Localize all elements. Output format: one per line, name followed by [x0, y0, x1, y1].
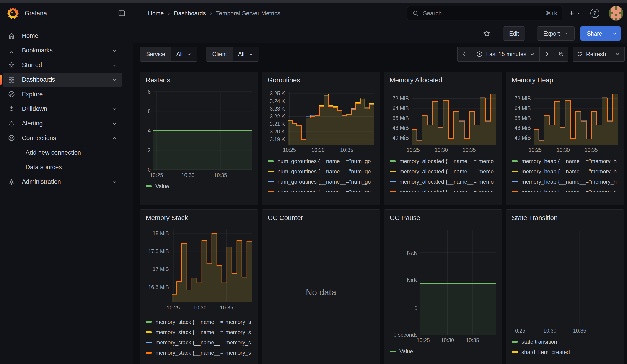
legend-item[interactable]: memory_allocated {__name__="memo	[390, 177, 496, 187]
panel-title[interactable]: Restarts	[146, 76, 252, 84]
svg-text:10:35: 10:35	[585, 147, 598, 153]
time-range-picker[interactable]: Last 15 minutes	[472, 47, 540, 62]
legend-item[interactable]: memory_stack {__name__="memory_s	[146, 348, 252, 358]
legend-item[interactable]: num_goroutines {__name__="num_go	[268, 177, 374, 187]
zoom-out-button[interactable]	[554, 47, 568, 62]
svg-text:18 MiB: 18 MiB	[153, 230, 169, 236]
legend-item[interactable]: Value	[390, 346, 496, 357]
share-button[interactable]: Share	[580, 26, 609, 41]
legend-series-dash-icon	[146, 321, 152, 323]
chart-memory-allocated[interactable]: 72 MiB64 MiB56 MiB48 MiB40 MiB10:2510:30…	[390, 87, 496, 153]
svg-text:2: 2	[148, 147, 151, 153]
time-shift-forward-button[interactable]	[539, 47, 554, 62]
svg-text:10:35: 10:35	[573, 328, 586, 334]
legend-series-label: memory_heap {__name__="memory_h	[522, 158, 617, 164]
chart-memory-stack[interactable]: 18 MiB17.5 MiB17 MiB16.5 MiB10:2510:3010…	[146, 225, 252, 311]
legend-item[interactable]: Value	[146, 181, 252, 191]
chart-restarts[interactable]: 8642010:2510:3010:35	[146, 87, 252, 178]
legend-item[interactable]: memory_heap {__name__="memory_h	[512, 187, 618, 193]
chevron-down-icon[interactable]	[111, 77, 117, 83]
legend-item[interactable]: memory_allocated {__name__="memo	[390, 187, 496, 193]
time-shift-back-button[interactable]	[457, 47, 472, 62]
legend-series-label: memory_heap {__name__="memory_h	[522, 168, 617, 175]
sidebar-item-add-new-connection[interactable]: Add new connection	[3, 146, 121, 160]
breadcrumb-dashboards[interactable]: Dashboards	[174, 10, 206, 17]
chart-gc-pause[interactable]: NaNNaN00 seconds10:2510:3010:35	[390, 225, 496, 343]
panel-title[interactable]: GC Counter	[268, 214, 374, 222]
refresh-icon	[577, 51, 583, 57]
legend-item[interactable]: num_goroutines {__name__="num_go	[268, 156, 374, 166]
legend-item[interactable]: num_goroutines {__name__="num_go	[268, 187, 374, 193]
legend-item[interactable]: shard_item_created	[512, 347, 618, 357]
chevron-down-icon[interactable]	[111, 121, 117, 127]
sidebar-item-alerting[interactable]: Alerting	[3, 116, 121, 131]
sidebar-item-home[interactable]: Home	[3, 29, 121, 43]
legend-item[interactable]: memory_heap {__name__="memory_h	[512, 177, 618, 187]
svg-text:17 MiB: 17 MiB	[153, 266, 169, 272]
share-dropdown-button[interactable]	[609, 26, 621, 41]
chart-memory-heap[interactable]: 72 MiB64 MiB56 MiB48 MiB40 MiB10:2510:30…	[512, 87, 618, 153]
legend-item[interactable]: state transition	[512, 337, 618, 347]
grafana-logo-icon[interactable]	[7, 7, 19, 19]
chevron-down-icon[interactable]	[111, 106, 117, 112]
sidebar-item-drilldown[interactable]: Drilldown	[3, 102, 121, 116]
plus-icon	[568, 10, 575, 17]
legend-series-label: num_goroutines {__name__="num_go	[277, 189, 371, 193]
refresh-button[interactable]: Refresh	[573, 47, 610, 62]
panel-title[interactable]: Memory Heap	[512, 76, 618, 84]
active-item-accent	[0, 75, 1, 85]
sidebar-item-dashboards[interactable]: Dashboards	[3, 73, 121, 87]
service-variable[interactable]: Service All	[140, 47, 197, 62]
search-input[interactable]	[422, 9, 543, 17]
panel-title[interactable]: State Transition	[512, 214, 618, 222]
sidebar-item-starred[interactable]: Starred	[3, 58, 121, 72]
legend-item[interactable]: memory_heap {__name__="memory_h	[512, 166, 618, 177]
breadcrumb-separator-icon: ›	[210, 10, 212, 17]
chart-state-transition[interactable]: 0:2510:3010:35	[512, 225, 618, 334]
breadcrumb-home[interactable]: Home	[148, 10, 164, 17]
legend-series-dash-icon	[146, 185, 152, 187]
chevron-down-icon	[576, 11, 581, 15]
client-variable-value[interactable]: All	[233, 47, 259, 61]
sidebar-item-connections[interactable]: Connections	[3, 131, 121, 145]
legend-item[interactable]: memory_stack {__name__="memory_s	[146, 317, 252, 327]
edit-button[interactable]: Edit	[503, 26, 525, 41]
legend-item[interactable]: num_goroutines {__name__="num_go	[268, 166, 374, 177]
legend-item[interactable]: memory_heap {__name__="memory_h	[512, 156, 618, 166]
user-avatar[interactable]	[609, 6, 623, 20]
search-box[interactable]: ⌘+k	[407, 6, 562, 20]
help-icon[interactable]: ?	[590, 9, 599, 18]
panel-title[interactable]: GC Pause	[390, 214, 496, 222]
panel-title[interactable]: Memory Allocated	[390, 76, 496, 84]
sidebar-collapse-icon[interactable]	[118, 9, 126, 17]
chart-goroutines[interactable]: 3.25 K3.24 K3.23 K3.22 K3.21 K3.20 K3.19…	[268, 87, 374, 153]
favorite-star-icon[interactable]	[483, 29, 491, 38]
legend-item[interactable]: memory_stack {__name__="memory_s	[146, 337, 252, 348]
sidebar-item-administration[interactable]: Administration	[3, 175, 121, 189]
sidebar-item-explore[interactable]: Explore	[3, 87, 121, 102]
legend-series-label: memory_heap {__name__="memory_h	[522, 179, 617, 185]
svg-text:3.23 K: 3.23 K	[270, 106, 285, 112]
export-button[interactable]: Export	[537, 26, 575, 41]
client-variable[interactable]: Client All	[206, 47, 259, 62]
chevron-up-icon[interactable]	[111, 135, 117, 141]
brand-title: Grafana	[25, 10, 47, 17]
legend-series-dash-icon	[146, 352, 152, 354]
chevron-down-icon[interactable]	[111, 48, 117, 53]
chevron-down-icon	[249, 52, 254, 56]
chevron-down-icon[interactable]	[111, 62, 117, 68]
chevron-down-icon[interactable]	[111, 179, 117, 185]
legend-item[interactable]: memory_allocated {__name__="memo	[390, 156, 496, 166]
sidebar-item-bookmarks[interactable]: Bookmarks	[3, 43, 121, 58]
new-dashboard-button[interactable]	[568, 10, 581, 17]
legend-item[interactable]: memory_allocated {__name__="memo	[390, 166, 496, 177]
sidebar-item-data-sources[interactable]: Data sources	[3, 160, 121, 174]
refresh-interval-dropdown[interactable]	[610, 47, 625, 62]
legend-series-dash-icon	[268, 171, 274, 172]
svg-text:0: 0	[415, 305, 418, 311]
service-variable-value[interactable]: All	[171, 47, 197, 61]
legend-item[interactable]: memory_stack {__name__="memory_s	[146, 327, 252, 337]
legend: state transitionshard_item_created	[512, 337, 618, 357]
panel-title[interactable]: Goroutines	[268, 76, 374, 84]
panel-title[interactable]: Memory Stack	[146, 214, 252, 222]
